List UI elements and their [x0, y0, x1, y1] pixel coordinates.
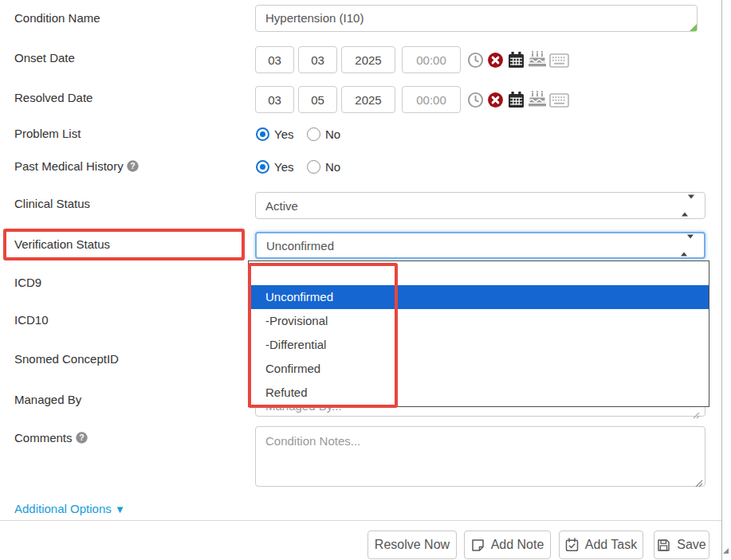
- problem-list-no-radio[interactable]: [307, 127, 320, 141]
- past-medical-history-label: Past Medical History?: [14, 159, 139, 174]
- verification-status-select[interactable]: Unconfirmed: [255, 232, 705, 259]
- comments-label: Comments?: [14, 431, 88, 446]
- clear-date-icon[interactable]: [487, 92, 504, 112]
- onset-day-input[interactable]: [298, 46, 337, 73]
- clinical-status-label: Clinical Status: [14, 197, 90, 210]
- scrollbar-track-edge[interactable]: [721, 0, 722, 560]
- snomed-conceptid-label: Snomed ConceptID: [14, 352, 119, 366]
- problem-list-yes-radio[interactable]: [256, 127, 269, 141]
- clock-icon[interactable]: [467, 92, 484, 112]
- keyboard-icon[interactable]: [549, 93, 569, 111]
- add-task-button[interactable]: Add Task: [559, 531, 643, 559]
- condition-name-label: Condition Name: [14, 11, 100, 25]
- onset-date-label: Onset Date: [14, 51, 75, 65]
- problem-list-label: Problem List: [14, 127, 81, 140]
- pmh-yes-label[interactable]: Yes: [274, 160, 293, 174]
- onset-month-input[interactable]: [255, 46, 294, 73]
- onset-time-input[interactable]: [402, 46, 461, 73]
- divider: [0, 520, 721, 521]
- floppy-disk-icon: [657, 538, 670, 552]
- svg-text:?: ?: [130, 161, 135, 170]
- managed-by-label: Managed By: [14, 393, 81, 406]
- clock-icon[interactable]: [467, 52, 484, 72]
- clinical-status-select[interactable]: Active: [255, 192, 705, 219]
- calendar-icon[interactable]: [508, 51, 525, 72]
- save-button[interactable]: Save: [654, 531, 709, 559]
- resize-grip-icon[interactable]: [693, 408, 700, 422]
- resolved-month-input[interactable]: [255, 86, 294, 113]
- calendar-icon[interactable]: [508, 91, 525, 112]
- help-icon[interactable]: ?: [76, 432, 88, 446]
- additional-options-link[interactable]: Additional Options ▼: [14, 502, 125, 515]
- help-icon[interactable]: ?: [127, 160, 139, 174]
- resolved-date-label: Resolved Date: [14, 91, 92, 104]
- condition-name-textarea[interactable]: Hypertension (I10): [255, 5, 698, 32]
- pmh-no-radio[interactable]: [307, 160, 320, 174]
- problem-list-no-label[interactable]: No: [325, 127, 340, 141]
- scroll-corner-icon: [723, 548, 729, 554]
- birthday-cake-icon[interactable]: [528, 50, 547, 72]
- clear-date-icon[interactable]: [487, 52, 504, 72]
- icd9-label: ICD9: [14, 276, 41, 289]
- comments-textarea[interactable]: [255, 426, 705, 487]
- svg-text:?: ?: [79, 433, 84, 442]
- select-spinner-icon: [682, 199, 694, 213]
- chevron-down-icon: ▼: [115, 503, 125, 515]
- pmh-no-label[interactable]: No: [325, 160, 340, 174]
- add-note-button[interactable]: Add Note: [464, 531, 551, 559]
- birthday-cake-icon[interactable]: [528, 90, 547, 112]
- resolved-year-input[interactable]: [341, 86, 395, 113]
- annotation-box-dropdown: [248, 263, 398, 408]
- calendar-check-icon: [565, 538, 579, 552]
- resolved-day-input[interactable]: [298, 86, 337, 113]
- annotation-box-label: [3, 229, 245, 260]
- problem-list-yes-label[interactable]: Yes: [274, 127, 293, 141]
- onset-year-input[interactable]: [341, 46, 395, 73]
- resolved-time-input[interactable]: [402, 86, 461, 113]
- resize-grip-icon[interactable]: [695, 476, 703, 491]
- icd10-label: ICD10: [14, 313, 49, 327]
- resize-grip-icon[interactable]: [690, 24, 697, 31]
- note-icon: [471, 538, 485, 552]
- resolve-now-button[interactable]: Resolve Now: [367, 531, 457, 559]
- keyboard-icon[interactable]: [549, 53, 569, 71]
- pmh-yes-radio[interactable]: [256, 160, 269, 174]
- condition-form: Condition Name Onset Date Resolved Date …: [0, 0, 731, 560]
- select-spinner-icon: [681, 239, 694, 253]
